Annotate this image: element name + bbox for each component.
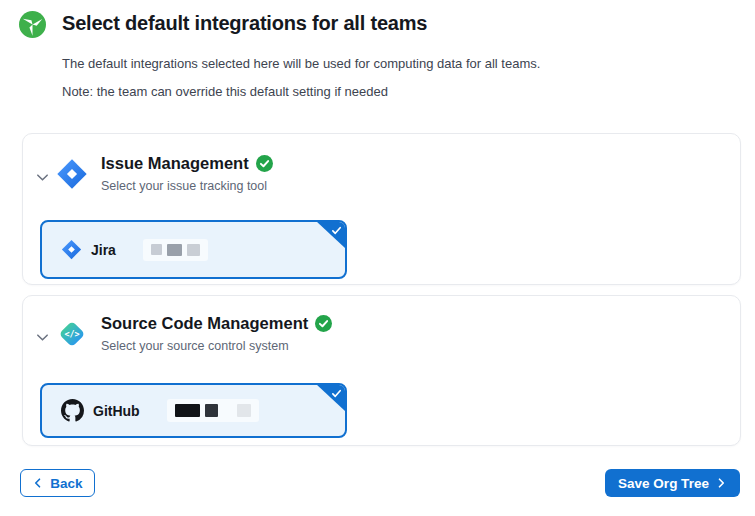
github-icon bbox=[61, 399, 84, 422]
selected-check-icon bbox=[316, 221, 346, 249]
section-subtitle: Select your issue tracking tool bbox=[101, 179, 267, 193]
page-title: Select default integrations for all team… bbox=[62, 12, 427, 35]
option-label: GitHub bbox=[93, 403, 140, 419]
green-check-badge-icon bbox=[315, 315, 332, 332]
section-source-code-management: </> Source Code Management Select your s… bbox=[22, 295, 741, 446]
section-title: Issue Management bbox=[101, 154, 249, 173]
section-issue-management: Issue Management Select your issue track… bbox=[22, 133, 741, 285]
green-check-badge-icon bbox=[256, 155, 273, 172]
save-org-tree-button[interactable]: Save Org Tree bbox=[605, 469, 740, 497]
redacted-text bbox=[143, 239, 208, 261]
chevron-right-icon bbox=[715, 477, 727, 489]
jira-icon bbox=[56, 158, 88, 190]
option-github[interactable]: GitHub bbox=[40, 383, 347, 438]
jira-icon bbox=[61, 239, 82, 260]
header-description: The default integrations selected here w… bbox=[62, 56, 540, 71]
redacted-text bbox=[167, 399, 259, 422]
option-label: Jira bbox=[91, 242, 116, 258]
svg-text:</>: </> bbox=[64, 329, 79, 339]
selected-check-icon bbox=[316, 384, 346, 412]
propeller-logo-icon bbox=[19, 11, 46, 38]
back-button-label: Back bbox=[50, 476, 82, 491]
chevron-down-icon[interactable] bbox=[35, 170, 50, 185]
chevron-down-icon[interactable] bbox=[35, 330, 50, 345]
chevron-left-icon bbox=[32, 477, 44, 489]
section-title: Source Code Management bbox=[101, 314, 308, 333]
source-code-diamond-icon: </> bbox=[56, 318, 88, 350]
option-jira[interactable]: Jira bbox=[40, 220, 347, 279]
save-button-label: Save Org Tree bbox=[618, 476, 709, 491]
header-note: Note: the team can override this default… bbox=[62, 84, 388, 99]
section-subtitle: Select your source control system bbox=[101, 339, 289, 353]
back-button[interactable]: Back bbox=[20, 469, 95, 497]
